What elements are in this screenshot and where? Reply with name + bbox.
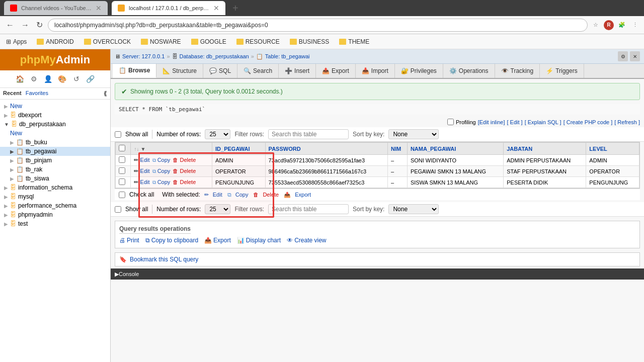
row3-edit-btn[interactable]: Edit (140, 179, 150, 185)
row1-checkbox[interactable] (119, 156, 125, 163)
profiling-checkbox[interactable] (447, 119, 454, 125)
tree-item-phpmyadmin-db[interactable]: ▶ 🗄 phpmyadmin (0, 210, 110, 219)
tree-item-test[interactable]: ▶ 🗄 test (0, 219, 110, 228)
bookmark-resource[interactable]: RESOURCE (234, 37, 282, 46)
address-bar[interactable]: localhost/phpmyadmin/sql.php?db=db_perpu… (48, 19, 588, 32)
with-selected-edit-btn[interactable]: Edit (213, 192, 222, 198)
row2-delete-btn[interactable]: Delete (180, 168, 196, 174)
tab-export[interactable]: 📤 Export (316, 64, 356, 78)
tree-item-tb-buku[interactable]: ▶ 📋 tb_buku (0, 138, 110, 147)
bookmark-overclock[interactable]: OVERCLOCK (82, 37, 133, 46)
console-bar[interactable]: ▶ Console (111, 268, 644, 280)
show-all-checkbox-top[interactable] (115, 131, 121, 138)
qr-print-btn[interactable]: 🖨 Print (119, 237, 139, 244)
profile-icon[interactable]: R (604, 20, 614, 30)
tree-item-tb-siswa[interactable]: ▶ 📋 tb_siswa (0, 174, 110, 183)
youtube-tab-close[interactable]: ✕ (96, 4, 102, 12)
tree-item-information-schema[interactable]: ▶ 🗄 information_schema (0, 183, 110, 192)
breadcrumb-database[interactable]: Database: db_perpustakaan (180, 53, 249, 59)
tab-operations[interactable]: ⚙️ Operations (443, 64, 495, 78)
tree-item-new-db[interactable]: New (0, 129, 110, 138)
row2-checkbox[interactable] (119, 167, 125, 174)
nama-sort-link[interactable]: NAMA_PEGAWAI (411, 146, 456, 152)
row1-edit-btn[interactable]: Edit (140, 157, 150, 163)
edit-inline-link[interactable]: [Edit inline] (478, 119, 505, 125)
row3-copy-btn[interactable]: Copy (157, 179, 171, 185)
filter-input-top[interactable] (268, 129, 349, 139)
sidebar-tab-favorites[interactable]: Favorites (26, 90, 48, 97)
level-sort-link[interactable]: LEVEL (589, 146, 607, 152)
breadcrumb-server[interactable]: Server: 127.0.0.1 (122, 53, 165, 59)
tab-tracking[interactable]: 👁️ Tracking (495, 64, 540, 78)
row1-delete-btn[interactable]: Delete (180, 157, 196, 163)
num-rows-select-bottom[interactable]: 25 50 100 (205, 204, 230, 214)
tree-item-tb-pegawai[interactable]: ▶ 📋 tb_pegawai (0, 147, 110, 156)
sidebar-collapse-icon[interactable]: ⟪ (104, 90, 107, 97)
link-icon[interactable]: 🔗 (85, 73, 96, 84)
qr-display-chart-btn[interactable]: 📊 Display chart (237, 237, 281, 244)
password-sort-link[interactable]: PASSWORD (269, 146, 301, 152)
tab-youtube[interactable]: Channel videos - YouTube Studio ✕ (4, 1, 108, 15)
check-all-checkbox[interactable] (119, 192, 125, 198)
tab-sql[interactable]: 💬 SQL (203, 64, 237, 78)
row2-copy-btn[interactable]: Copy (157, 168, 171, 174)
refresh-link[interactable]: [ Refresh ] (614, 119, 640, 125)
row1-copy-btn[interactable]: Copy (157, 157, 171, 163)
with-selected-delete-btn[interactable]: Delete (263, 192, 279, 198)
jabatan-sort-link[interactable]: JABATAN (507, 146, 532, 152)
tab-structure[interactable]: 📐 Structure (156, 64, 203, 78)
bookmark-theme[interactable]: THEME (337, 37, 371, 46)
bookmark-google[interactable]: GOOGLE (189, 37, 228, 46)
pma-tab-close[interactable]: ✕ (213, 4, 219, 12)
num-rows-select-top[interactable]: 25 50 100 (205, 129, 230, 139)
tab-import[interactable]: 📥 Import (356, 64, 395, 78)
tab-search[interactable]: 🔍 Search (237, 64, 279, 78)
tree-item-new-top[interactable]: ▶ New (0, 102, 110, 111)
tab-phpmyadmin[interactable]: localhost / 127.0.0.1 / db_perpu... ✕ (112, 1, 225, 15)
settings-icon[interactable]: ⚙ (29, 73, 40, 84)
tree-item-performance-schema[interactable]: ▶ 🗄 performance_schema (0, 201, 110, 210)
bc-close-btn[interactable]: ✕ (630, 51, 640, 61)
bookmark-business[interactable]: BUSINESS (288, 37, 332, 46)
bc-settings-btn[interactable]: ⚙ (618, 51, 628, 61)
tree-item-tb-rak[interactable]: ▶ 📋 tb_rak (0, 165, 110, 174)
bookmark-star-icon[interactable]: ☆ (591, 20, 601, 30)
bookmark-android[interactable]: ANDROID (35, 37, 75, 46)
tab-browse[interactable]: 📋 Browse (113, 64, 156, 78)
edit-link[interactable]: [ Edit ] (507, 119, 522, 125)
sort-select-top[interactable]: None (388, 129, 439, 139)
bookmark-nosware[interactable]: NOSWARE (139, 37, 183, 46)
bookmark-apps[interactable]: ⊞ Apps (4, 37, 29, 46)
user-icon[interactable]: 👤 (43, 73, 54, 84)
qr-copy-clipboard-btn[interactable]: ⧉ Copy to clipboard (145, 237, 198, 244)
theme-icon[interactable]: 🎨 (57, 73, 68, 84)
tab-privileges[interactable]: 🔐 Privileges (395, 64, 443, 78)
with-selected-export-btn[interactable]: Export (295, 192, 311, 198)
breadcrumb-table[interactable]: Table: tb_pegawai (265, 53, 310, 59)
bookmark-section[interactable]: 🔖 Bookmark this SQL query (115, 252, 640, 266)
home-icon[interactable]: 🏠 (15, 73, 26, 84)
tree-item-db-perpustakaan[interactable]: ▼ 🗄 db_perpustakaan (0, 120, 110, 129)
show-all-checkbox-bottom[interactable] (115, 206, 121, 213)
create-php-link[interactable]: [ Create PHP code ] (564, 119, 613, 125)
reload-button[interactable]: ↻ (34, 19, 45, 31)
nim-sort-link[interactable]: NIM (391, 146, 401, 152)
row2-edit-btn[interactable]: Edit (140, 168, 150, 174)
qr-create-view-btn[interactable]: 👁 Create view (287, 237, 326, 244)
row3-checkbox[interactable] (119, 178, 125, 185)
tab-insert[interactable]: ➕ Insert (279, 64, 316, 78)
tab-triggers[interactable]: ⚡ Triggers (540, 64, 584, 78)
select-all-checkbox[interactable] (119, 145, 125, 151)
id-pegawai-sort-link[interactable]: ID_PEGAWAI (215, 146, 250, 152)
row3-delete-btn[interactable]: Delete (180, 179, 196, 185)
filter-input-bottom[interactable] (268, 204, 349, 214)
with-selected-copy-btn[interactable]: Copy (235, 192, 249, 198)
back-button[interactable]: ← (4, 20, 16, 31)
new-tab-button[interactable]: + (229, 3, 242, 14)
sort-select-bottom[interactable]: None (388, 204, 439, 214)
forward-button[interactable]: → (19, 20, 31, 31)
tree-item-dbexport[interactable]: ▶ 🗄 dbexport (0, 111, 110, 120)
tree-item-mysql[interactable]: ▶ 🗄 mysql (0, 192, 110, 201)
sidebar-tab-recent[interactable]: Recent (3, 90, 22, 97)
menu-icon[interactable]: ⋮ (630, 20, 640, 30)
